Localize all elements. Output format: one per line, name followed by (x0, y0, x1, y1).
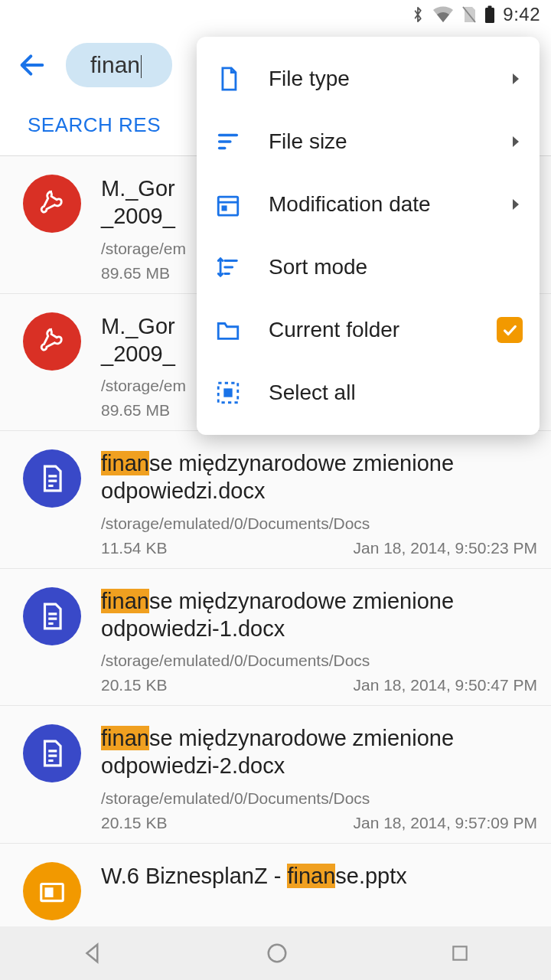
menu-label: Modification date (269, 192, 483, 217)
battery-icon (484, 5, 495, 24)
menu-item-sort-mode[interactable]: Sort mode (197, 236, 540, 299)
svg-rect-5 (45, 887, 54, 897)
menu-item-file-type[interactable]: File type (197, 47, 540, 110)
status-time: 9:42 (503, 4, 540, 25)
nav-recent[interactable] (450, 943, 470, 963)
svg-rect-1 (485, 8, 494, 23)
result-item[interactable]: W.6 BiznesplanZ - finanse.pptx (0, 844, 551, 930)
nav-home[interactable] (266, 942, 289, 965)
file-type-pdf-icon (23, 312, 81, 371)
svg-point-17 (269, 945, 286, 962)
file-type-doc-icon (23, 587, 81, 645)
bluetooth-icon (411, 5, 425, 24)
sort-mode-icon (214, 253, 243, 282)
result-date: Jan 18, 2014, 9:57:09 PM (353, 814, 537, 832)
svg-rect-16 (223, 388, 232, 397)
result-size: 20.15 KB (101, 676, 167, 694)
search-query-text: finan (90, 52, 140, 77)
result-item[interactable]: finanse międzynarodowe zmienione odpowie… (0, 706, 551, 844)
result-path: /storage/emulated/0/Documents/Docs (101, 514, 537, 533)
chevron-right-icon (509, 198, 523, 211)
search-input[interactable]: finan (66, 43, 172, 87)
back-button[interactable] (15, 48, 49, 82)
wifi-icon (432, 6, 454, 23)
result-title: finanse międzynarodowe zmienione odpowie… (101, 449, 537, 505)
result-title: W.6 BiznesplanZ - finanse.pptx (101, 862, 537, 890)
checked-icon (497, 317, 523, 343)
menu-label: Sort mode (269, 255, 523, 279)
result-size: 11.54 KB (101, 539, 167, 557)
result-item[interactable]: finanse międzynarodowe zmienione odpowie… (0, 569, 551, 707)
select-all-icon (214, 378, 243, 407)
system-nav-bar (0, 926, 551, 980)
result-size: 89.65 MB (101, 401, 170, 420)
result-size: 20.15 KB (101, 814, 167, 832)
status-bar: 9:42 (0, 0, 551, 29)
svg-rect-18 (454, 946, 467, 959)
result-date: Jan 18, 2014, 9:50:47 PM (353, 676, 537, 694)
no-sim-icon (461, 5, 477, 24)
chevron-right-icon (509, 135, 523, 149)
result-date: Jan 18, 2014, 9:50:23 PM (353, 539, 537, 557)
result-size: 89.65 MB (101, 264, 170, 283)
result-item[interactable]: finanse międzynarodowe zmienione odpowie… (0, 431, 551, 569)
filter-menu: File typeFile sizeModification dateSort … (197, 37, 540, 435)
folder-icon (214, 315, 243, 345)
menu-label: Select all (269, 381, 523, 405)
file-type-pptx-icon (23, 862, 81, 920)
menu-label: Current folder (269, 318, 471, 342)
chevron-right-icon (509, 72, 523, 86)
menu-item-modification-date[interactable]: Modification date (197, 173, 540, 236)
calendar-icon (214, 190, 243, 219)
file-type-pdf-icon (23, 175, 81, 233)
result-path: /storage/emulated/0/Documents/Docs (101, 789, 537, 808)
result-title: finanse międzynarodowe zmienione odpowie… (101, 587, 537, 643)
file-type-doc-icon (23, 724, 81, 782)
menu-item-file-size[interactable]: File size (197, 110, 540, 173)
menu-label: File type (269, 67, 483, 91)
file-icon (214, 64, 243, 93)
svg-rect-11 (222, 205, 227, 211)
result-path: /storage/emulated/0/Documents/Docs (101, 652, 537, 670)
svg-rect-9 (218, 197, 238, 215)
menu-item-current-folder[interactable]: Current folder (197, 299, 540, 361)
menu-label: File size (269, 129, 483, 154)
sort-icon (214, 127, 243, 156)
file-type-doc-icon (23, 449, 81, 508)
result-title: finanse międzynarodowe zmienione odpowie… (101, 724, 537, 780)
nav-back[interactable] (81, 942, 104, 965)
menu-item-select-all[interactable]: Select all (197, 361, 540, 424)
svg-rect-2 (488, 6, 492, 8)
